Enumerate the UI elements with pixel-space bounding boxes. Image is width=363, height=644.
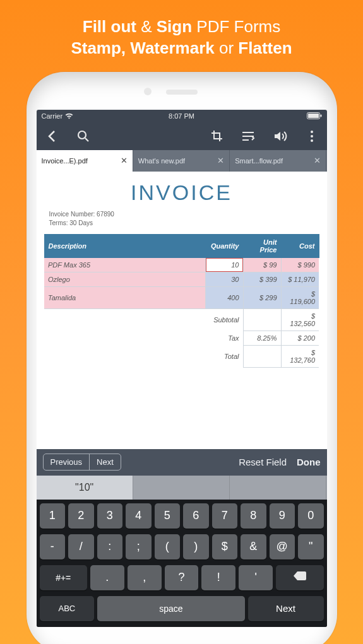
- key-dash[interactable]: -: [40, 534, 66, 559]
- search-button[interactable]: [73, 126, 93, 146]
- col-cost: Cost: [281, 234, 319, 257]
- clock-label: 8:07 PM: [169, 112, 194, 120]
- key-1[interactable]: 1: [40, 503, 66, 529]
- keyboard-row-4: ABC space Next: [39, 596, 325, 621]
- key-4[interactable]: 4: [126, 503, 152, 529]
- backspace-icon: [293, 571, 307, 584]
- key-0[interactable]: 0: [298, 503, 324, 529]
- key-5[interactable]: 5: [155, 503, 181, 529]
- table-header-row: Description Quantity Unit Price Cost: [44, 234, 319, 257]
- invoice-meta: Invoice Number: 67890 Terms: 30 Days: [49, 210, 327, 228]
- summary-subtotal: Subtotal$ 132,560: [44, 308, 319, 331]
- tab-label: Smart...flow.pdf: [235, 157, 283, 165]
- previous-button[interactable]: Previous: [44, 454, 90, 470]
- suggestion-item[interactable]: [133, 476, 230, 500]
- key-at[interactable]: @: [270, 534, 295, 559]
- key-amp[interactable]: &: [241, 534, 266, 559]
- tab-smartflow[interactable]: Smart...flow.pdf ✕: [230, 150, 326, 172]
- key-exclaim[interactable]: !: [201, 565, 235, 590]
- key-dollar[interactable]: $: [212, 534, 238, 559]
- invoice-title: INVOICE: [37, 180, 327, 205]
- col-description: Description: [44, 234, 205, 257]
- phone-frame: Carrier 8:07 PM: [27, 72, 337, 644]
- key-next[interactable]: Next: [248, 596, 324, 621]
- key-6[interactable]: 6: [183, 503, 209, 529]
- next-button[interactable]: Next: [89, 454, 121, 470]
- key-quote[interactable]: ": [298, 534, 324, 559]
- svg-point-6: [311, 135, 313, 138]
- key-symbols[interactable]: #+=: [40, 565, 87, 590]
- table-row: Ozlego 30 $ 399 $ 11,970: [44, 272, 319, 286]
- back-button[interactable]: [42, 126, 62, 146]
- key-rparen[interactable]: ): [183, 534, 209, 559]
- carrier-label: Carrier: [42, 112, 63, 120]
- key-lparen[interactable]: (: [155, 534, 181, 559]
- svg-line-4: [85, 138, 88, 141]
- keyboard-row-3: #+= . , ? ! ': [39, 565, 325, 590]
- key-abc[interactable]: ABC: [40, 596, 95, 621]
- crop-button[interactable]: [207, 126, 227, 146]
- tab-whatsnew[interactable]: What's new.pdf ✕: [133, 150, 230, 172]
- table-row: Tamalida 400 $ 299 $ 119,600: [44, 286, 319, 308]
- summary-tax: Tax8.25%$ 200: [44, 331, 319, 345]
- speaker-button[interactable]: [270, 126, 290, 146]
- pdf-content[interactable]: INVOICE Invoice Number: 67890 Terms: 30 …: [37, 172, 327, 449]
- keyboard-row-2: - / : ; ( ) $ & @ ": [39, 534, 325, 559]
- invoice-table: Description Quantity Unit Price Cost PDF…: [44, 234, 319, 368]
- key-colon[interactable]: :: [97, 534, 123, 559]
- svg-point-5: [311, 131, 313, 133]
- key-7[interactable]: 7: [212, 503, 238, 529]
- key-space[interactable]: space: [97, 596, 244, 621]
- keyboard-suggestion-bar: "10": [37, 476, 327, 500]
- tab-label: What's new.pdf: [138, 157, 185, 165]
- key-semicolon[interactable]: ;: [126, 534, 152, 559]
- status-bar: Carrier 8:07 PM: [37, 110, 327, 122]
- svg-rect-2: [320, 115, 321, 117]
- suggestion-item[interactable]: "10": [37, 476, 133, 500]
- keyboard: 1 2 3 4 5 6 7 8 9 0 - / : ; ( ) $ & @ " …: [37, 500, 327, 627]
- done-button[interactable]: Done: [297, 457, 321, 467]
- promo-headline: Fill out & Sign PDF Forms Stamp, Waterma…: [0, 0, 363, 72]
- suggestion-item[interactable]: [230, 476, 326, 500]
- key-9[interactable]: 9: [270, 503, 295, 529]
- key-comma[interactable]: ,: [128, 565, 162, 590]
- close-icon[interactable]: ✕: [217, 156, 224, 165]
- close-icon[interactable]: ✕: [314, 156, 321, 165]
- col-unitprice: Unit Price: [243, 234, 281, 257]
- reflow-button[interactable]: [239, 126, 259, 146]
- svg-point-3: [78, 131, 86, 139]
- key-period[interactable]: .: [90, 565, 124, 590]
- svg-point-7: [311, 139, 313, 142]
- wifi-icon: [65, 113, 73, 119]
- tab-invoice[interactable]: Invoice...E).pdf ✕: [37, 150, 133, 172]
- app-screen: Carrier 8:07 PM: [37, 110, 327, 627]
- summary-total: Total$ 132,760: [44, 345, 319, 367]
- key-backspace[interactable]: [276, 565, 323, 590]
- close-icon[interactable]: ✕: [121, 156, 128, 165]
- col-quantity: Quantity: [205, 234, 243, 257]
- key-2[interactable]: 2: [68, 503, 94, 529]
- keyboard-row-1: 1 2 3 4 5 6 7 8 9 0: [39, 503, 325, 529]
- tab-bar: Invoice...E).pdf ✕ What's new.pdf ✕ Smar…: [37, 150, 327, 172]
- more-button[interactable]: [302, 126, 322, 146]
- battery-icon: [307, 112, 322, 119]
- key-3[interactable]: 3: [97, 503, 123, 529]
- key-slash[interactable]: /: [68, 534, 94, 559]
- key-8[interactable]: 8: [241, 503, 266, 529]
- key-question[interactable]: ?: [165, 565, 199, 590]
- reset-field-button[interactable]: Reset Field: [239, 457, 287, 467]
- key-apostrophe[interactable]: ': [239, 565, 273, 590]
- table-row: PDF Max 365 10 $ 99 $ 990: [44, 257, 319, 272]
- svg-rect-1: [308, 114, 319, 118]
- form-field-bar: Previous Next Reset Field Done: [37, 449, 327, 476]
- tab-label: Invoice...E).pdf: [42, 157, 88, 165]
- quantity-field-active[interactable]: 10: [205, 257, 243, 272]
- app-toolbar: [37, 122, 327, 150]
